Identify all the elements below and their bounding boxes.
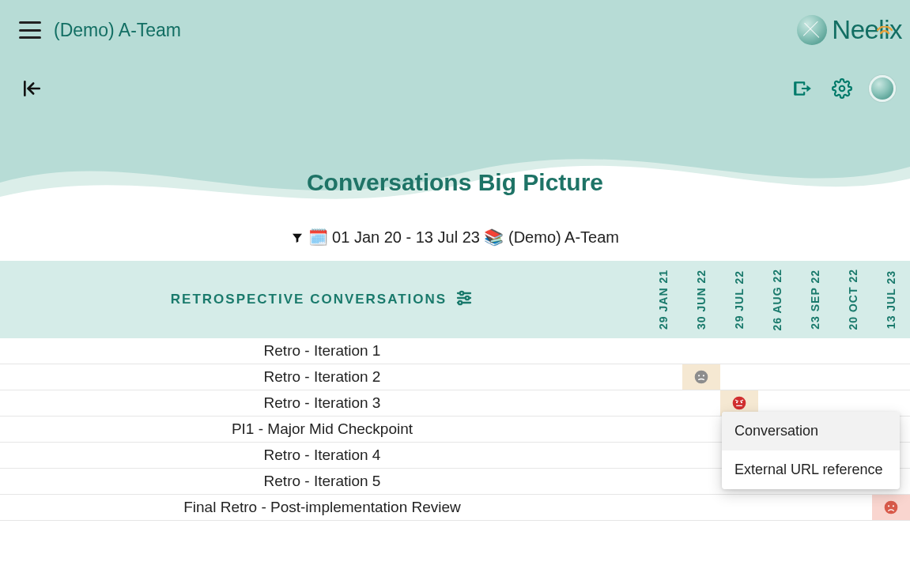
table-cell <box>644 469 682 494</box>
wifi-icon <box>877 26 893 40</box>
table-cell <box>834 495 872 520</box>
date-col-label: 23 SEP 22 <box>809 270 821 330</box>
svg-point-4 <box>460 291 463 294</box>
table-header-label: RETROSPECTIVE CONVERSATIONS <box>171 292 447 307</box>
date-col[interactable]: 26 AUG 22 <box>758 261 796 338</box>
table-row: Retro - Iteration 1 <box>0 338 910 364</box>
date-col[interactable]: 20 OCT 22 <box>834 261 872 338</box>
date-col-label: 26 AUG 22 <box>771 269 784 331</box>
svg-point-18 <box>885 501 898 514</box>
table-cell <box>682 443 720 468</box>
svg-point-2 <box>840 86 845 92</box>
brand-logo[interactable]: Neelix <box>797 15 902 45</box>
table-cell <box>872 364 910 390</box>
row-label[interactable]: PI1 - Major Mid Checkpoint <box>0 416 644 442</box>
svg-point-11 <box>703 375 704 376</box>
svg-point-14 <box>741 401 742 403</box>
date-col[interactable]: 29 JUL 22 <box>720 261 758 338</box>
table-cell <box>796 495 834 520</box>
row-label[interactable]: Retro - Iteration 4 <box>0 443 644 468</box>
date-col-label: 30 JUN 22 <box>695 270 708 330</box>
exit-icon[interactable] <box>790 76 815 101</box>
table-cell <box>644 495 682 520</box>
sliders-icon[interactable] <box>455 288 474 311</box>
table-cell <box>682 390 720 416</box>
filter-icon <box>291 228 308 246</box>
calendar-icon: 🗓️ <box>308 228 328 246</box>
row-label[interactable]: Retro - Iteration 1 <box>0 338 644 364</box>
table-cell <box>758 338 796 364</box>
page-title: Conversations Big Picture <box>0 169 910 196</box>
svg-point-10 <box>698 375 700 376</box>
svg-point-8 <box>459 300 462 303</box>
date-col[interactable]: 30 JUN 22 <box>682 261 720 338</box>
brand-mark-icon <box>797 15 827 45</box>
svg-point-19 <box>888 505 889 507</box>
row-label[interactable]: Retro - Iteration 5 <box>0 469 644 494</box>
table-cell <box>834 364 872 390</box>
settings-icon[interactable] <box>829 76 855 101</box>
svg-point-20 <box>893 505 894 507</box>
filter-summary[interactable]: 🗓️ 01 Jan 20 - 13 Jul 23 📚 (Demo) A-Team <box>0 213 910 261</box>
context-menu-item[interactable]: External URL reference <box>722 450 900 489</box>
svg-point-12 <box>733 397 746 410</box>
date-col-label: 13 JUL 23 <box>885 270 897 329</box>
table-cell <box>644 338 682 364</box>
face-sad-icon <box>883 499 899 515</box>
svg-point-6 <box>466 296 469 299</box>
face-angry-icon <box>731 395 747 411</box>
date-col-label: 29 JAN 21 <box>657 270 670 330</box>
table-cell <box>796 338 834 364</box>
table-cell <box>720 338 758 364</box>
table-header: RETROSPECTIVE CONVERSATIONS 29 JAN 2130 … <box>0 261 910 338</box>
date-col[interactable]: 13 JUL 23 <box>872 261 910 338</box>
table-cell <box>682 416 720 442</box>
context-menu-item[interactable]: Conversation <box>722 412 900 450</box>
date-col[interactable]: 23 SEP 22 <box>796 261 834 338</box>
menu-icon[interactable] <box>19 21 41 39</box>
table-cell[interactable] <box>682 364 720 390</box>
table-cell <box>644 443 682 468</box>
table-cell <box>758 364 796 390</box>
table-cell <box>644 364 682 390</box>
svg-point-9 <box>695 371 708 384</box>
table-cell <box>644 390 682 416</box>
date-col-label: 29 JUL 22 <box>733 270 746 329</box>
table-cell <box>682 469 720 494</box>
table-cell <box>758 495 796 520</box>
books-icon: 📚 <box>484 228 504 246</box>
date-col[interactable]: 29 JAN 21 <box>644 261 682 338</box>
table-cell <box>644 416 682 442</box>
date-col-label: 20 OCT 22 <box>847 269 859 330</box>
table-cell <box>682 495 720 520</box>
header-band: (Demo) A-Team Neelix <box>0 0 910 213</box>
filter-scope: (Demo) A-Team <box>508 228 619 246</box>
topbar: (Demo) A-Team Neelix <box>0 14 910 46</box>
collapse-left-icon[interactable] <box>19 76 44 101</box>
avatar[interactable] <box>869 75 896 102</box>
face-neutral-icon <box>693 369 709 385</box>
row-label[interactable]: Final Retro - Post-implementation Review <box>0 495 644 520</box>
context-menu: ConversationExternal URL reference <box>722 412 900 489</box>
table-cell <box>796 364 834 390</box>
table-cell <box>872 338 910 364</box>
table-cell[interactable] <box>872 495 910 520</box>
svg-point-13 <box>736 401 738 403</box>
team-name[interactable]: (Demo) A-Team <box>54 20 181 41</box>
table-cell <box>720 364 758 390</box>
table-cell <box>720 495 758 520</box>
toolbar <box>0 73 910 104</box>
table-row: Retro - Iteration 2 <box>0 364 910 390</box>
row-label[interactable]: Retro - Iteration 3 <box>0 390 644 416</box>
table-cell <box>834 338 872 364</box>
filter-dates: 01 Jan 20 - 13 Jul 23 <box>332 228 480 246</box>
table-cell <box>682 338 720 364</box>
row-label[interactable]: Retro - Iteration 2 <box>0 364 644 390</box>
table-row: Final Retro - Post-implementation Review <box>0 495 910 521</box>
